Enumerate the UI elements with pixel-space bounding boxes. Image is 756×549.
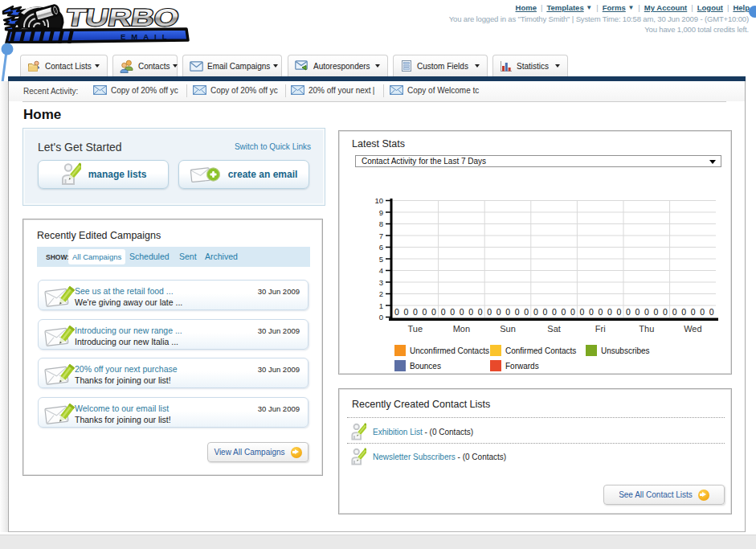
svg-text:0: 0 xyxy=(524,307,529,317)
svg-text:Mon: Mon xyxy=(453,324,470,334)
svg-text:0: 0 xyxy=(616,307,621,317)
svg-text:0: 0 xyxy=(379,313,383,322)
svg-text:0: 0 xyxy=(589,307,594,317)
svg-text:7: 7 xyxy=(379,231,383,240)
svg-text:0: 0 xyxy=(552,307,557,317)
svg-text:0: 0 xyxy=(487,307,492,317)
svg-text:Wed: Wed xyxy=(684,324,701,334)
svg-text:4: 4 xyxy=(379,266,383,275)
svg-text:0: 0 xyxy=(423,307,427,317)
svg-text:5: 5 xyxy=(379,255,383,264)
svg-text:9: 9 xyxy=(379,208,383,217)
svg-text:0: 0 xyxy=(515,307,520,317)
svg-text:0: 0 xyxy=(497,307,501,317)
svg-text:0: 0 xyxy=(654,307,659,317)
svg-text:2: 2 xyxy=(379,289,383,298)
svg-text:3: 3 xyxy=(379,278,383,287)
svg-text:0: 0 xyxy=(505,307,510,317)
svg-text:Fri: Fri xyxy=(595,324,606,334)
svg-text:0: 0 xyxy=(709,307,714,317)
svg-text:0: 0 xyxy=(635,307,640,317)
svg-text:0: 0 xyxy=(663,307,668,317)
svg-text:Sun: Sun xyxy=(500,324,516,334)
svg-text:0: 0 xyxy=(394,307,399,317)
svg-text:0: 0 xyxy=(460,307,464,317)
svg-text:Sat: Sat xyxy=(547,324,561,334)
svg-text:1: 1 xyxy=(379,301,383,310)
svg-text:0: 0 xyxy=(441,307,446,317)
svg-text:0: 0 xyxy=(607,307,612,317)
svg-text:0: 0 xyxy=(413,307,418,317)
svg-text:8: 8 xyxy=(379,219,383,228)
svg-text:Thu: Thu xyxy=(639,324,654,334)
svg-text:6: 6 xyxy=(379,243,383,252)
svg-text:0: 0 xyxy=(468,307,473,317)
svg-text:10: 10 xyxy=(374,196,383,205)
svg-text:0: 0 xyxy=(533,307,538,317)
svg-text:0: 0 xyxy=(542,307,547,317)
svg-text:0: 0 xyxy=(431,307,436,317)
svg-text:0: 0 xyxy=(404,307,409,317)
svg-text:0: 0 xyxy=(579,307,584,317)
svg-text:0: 0 xyxy=(561,307,566,317)
svg-text:0: 0 xyxy=(626,307,631,317)
svg-text:EMAIL: EMAIL xyxy=(121,32,173,41)
svg-text:0: 0 xyxy=(478,307,483,317)
svg-text:0: 0 xyxy=(700,307,705,317)
svg-text:0: 0 xyxy=(672,307,677,317)
svg-text:0: 0 xyxy=(570,307,575,317)
svg-text:0: 0 xyxy=(450,307,455,317)
svg-text:Tue: Tue xyxy=(408,324,423,334)
svg-text:TURBO: TURBO xyxy=(64,4,182,31)
svg-text:0: 0 xyxy=(598,307,603,317)
svg-text:0: 0 xyxy=(691,307,696,317)
svg-text:0: 0 xyxy=(644,307,649,317)
svg-text:0: 0 xyxy=(681,307,686,317)
